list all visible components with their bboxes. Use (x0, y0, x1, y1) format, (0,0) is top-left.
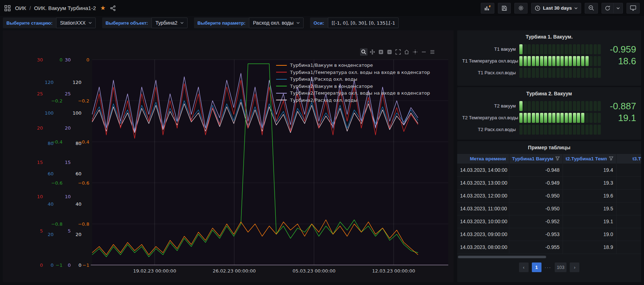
pan-tool-icon[interactable] (369, 48, 376, 56)
object-filter-dropdown[interactable]: Турбина2 (151, 18, 188, 28)
filter-funnel-icon[interactable] (609, 156, 613, 160)
gauge-cell (532, 44, 535, 54)
legend-item[interactable]: Турбина2/Температура охл. воды на входе … (276, 90, 430, 97)
dashboard-settings-button[interactable] (514, 3, 528, 14)
apps-grid-icon[interactable] (4, 5, 11, 11)
filter-funnel-icon[interactable] (555, 156, 560, 160)
zoom-out-icon[interactable] (386, 48, 393, 56)
chevron-down-icon (296, 22, 300, 24)
refresh-interval-dropdown[interactable] (613, 3, 623, 13)
legend-label: Турбина1/Расход охл. воды (290, 76, 357, 82)
breadcrumb-current[interactable]: ОИК. Вакуум Турбина1-2 (34, 5, 96, 11)
pagination-prev-button[interactable]: ‹ (519, 262, 529, 272)
pagination-page-1[interactable]: 1 (532, 262, 541, 272)
timeseries-chart-panel: 19.02.23 00:00:0026.02.23 00:00:0005.03.… (3, 30, 454, 282)
gauge-row: T2 Расх.охл.воды (462, 124, 636, 135)
gauge-cell (548, 113, 551, 123)
table-row[interactable]: 14.03.2023, 12:00:00-0.95019.6 (457, 189, 641, 202)
table-cell (616, 215, 641, 228)
axes-input[interactable] (332, 20, 395, 26)
table-column-header[interactable]: t2.Турбина1 Темп (563, 154, 616, 164)
gauge-cell (573, 56, 576, 66)
table-cell: -0.950 (509, 189, 563, 202)
axes-filter: Оси: (310, 18, 399, 28)
time-range-picker[interactable]: Last 30 days (531, 3, 581, 14)
table-row[interactable]: 14.03.2023, 09:00:00-0.95319.0 (457, 228, 641, 241)
gauge-cell (552, 113, 555, 123)
gauge-cell (565, 56, 568, 66)
gauge-cell (573, 101, 576, 111)
table-cell: 14.03.2023, 10:00:00 (457, 215, 509, 228)
gauge-cell (585, 68, 589, 78)
toggle-spikelines-icon[interactable] (429, 48, 436, 56)
gauge-cell (519, 68, 523, 78)
legend-item[interactable]: Турбина2/Вакуум в конденсаторе (276, 83, 430, 90)
legend-item[interactable]: Турбина1/Вакуум в конденсаторе (276, 62, 430, 69)
gauge-label: T2 Температура охл.воды (462, 115, 519, 120)
kiosk-mode-button[interactable] (626, 3, 640, 14)
gauge-cell (556, 44, 560, 54)
y-axis-tick-label-vac-t1: −0.4 (78, 139, 89, 145)
show-closest-hover-icon[interactable] (411, 48, 419, 56)
gauge-cell (519, 101, 523, 111)
gauge-cell (581, 125, 584, 135)
gauge-cell (573, 68, 576, 78)
gauge-cell (585, 125, 589, 135)
legend-item[interactable]: Турбина1/Расход охл. воды (276, 76, 430, 83)
pagination-page-103[interactable]: 103 (555, 262, 567, 272)
panel-title: Турбина 1. Вакуум. (457, 30, 641, 40)
legend-item[interactable]: Турбина2/Расход охл. воды (276, 97, 430, 104)
plot-modebar (360, 48, 436, 56)
zoom-out-time-button[interactable] (585, 3, 598, 14)
compare-hover-icon[interactable] (420, 48, 428, 56)
gauge-cell (573, 113, 576, 123)
gauge-cell (548, 101, 551, 111)
gauge-cell (548, 68, 551, 78)
y-axis-tick-label-flow-t2: 20 (75, 232, 81, 237)
station-filter-dropdown[interactable]: StationXXX (56, 18, 96, 28)
table-row[interactable]: 14.03.2023, 14:00:00-0.94819.4 (457, 164, 641, 176)
gauge-cell (569, 101, 572, 111)
table-row[interactable]: 14.03.2023, 10:00:00-0.95219.1 (457, 215, 641, 228)
y-axis-tick-label-temp-t1: 5 (40, 228, 43, 234)
save-dashboard-button[interactable] (498, 3, 511, 14)
reset-axes-home-icon[interactable] (403, 48, 410, 56)
table-horizontal-scrollbar[interactable] (457, 256, 641, 258)
gauge-cell (536, 44, 539, 54)
zoom-in-icon[interactable] (377, 48, 385, 56)
table-row[interactable]: 14.03.2023, 13:00:00-0.94919.3 (457, 176, 641, 189)
breadcrumb-root[interactable]: ОИК (15, 5, 26, 11)
y-axis-tick-label-temp-t2: 15 (65, 160, 71, 165)
gauge-cell (528, 44, 531, 54)
y-axis-tick-label-vac-t1: −0.2 (78, 98, 89, 104)
table-row[interactable]: 14.03.2023, 08:00:00-0.95518.9 (457, 241, 641, 254)
table-cell (616, 241, 641, 254)
parameter-filter-dropdown[interactable]: Расход охл. воды (249, 18, 304, 28)
gauge-cell (540, 68, 543, 78)
x-axis-tick-label: 05.03.23 00:00:00 (293, 268, 335, 274)
table-column-header[interactable]: t3.Турби (616, 154, 641, 164)
y-axis-tick-label-flow-t1: 0 (51, 262, 54, 268)
refresh-button[interactable] (602, 3, 613, 13)
station-filter-value: StationXXX (60, 20, 86, 26)
table-row[interactable]: 14.03.2023, 11:00:00-0.95019.5 (457, 202, 641, 215)
y-axis-tick-label-vac-t2: 0 (60, 57, 63, 62)
table-column-header[interactable]: Турбина1 Вакуум (509, 154, 563, 164)
zoom-tool-icon[interactable] (360, 48, 368, 56)
add-panel-button[interactable] (481, 3, 494, 14)
sample-table-panel: Пример таблицы Метка времениТурбина1 Вак… (457, 141, 641, 282)
pagination-next-button[interactable]: › (570, 262, 579, 272)
gauge-label: T1 Температура охл.воды (462, 58, 519, 64)
table-column-header[interactable]: Метка времени (457, 154, 509, 164)
favorite-star-icon[interactable]: ★ (100, 4, 106, 12)
scrollbar-thumb[interactable] (458, 256, 546, 258)
gauge-cell (594, 101, 597, 111)
parameter-filter: Выберите параметр: Расход охл. воды (194, 18, 304, 28)
gauge-cell (528, 68, 531, 78)
legend-item[interactable]: Турбина1/Температура охл. воды на входе … (276, 69, 430, 76)
autoscale-icon[interactable] (394, 48, 402, 56)
pagination-ellipsis[interactable]: ··· (545, 265, 551, 270)
share-icon[interactable] (110, 5, 116, 11)
gauge-cell (589, 125, 593, 135)
x-axis-tick-label: 12.03.23 00:00:00 (372, 268, 415, 274)
